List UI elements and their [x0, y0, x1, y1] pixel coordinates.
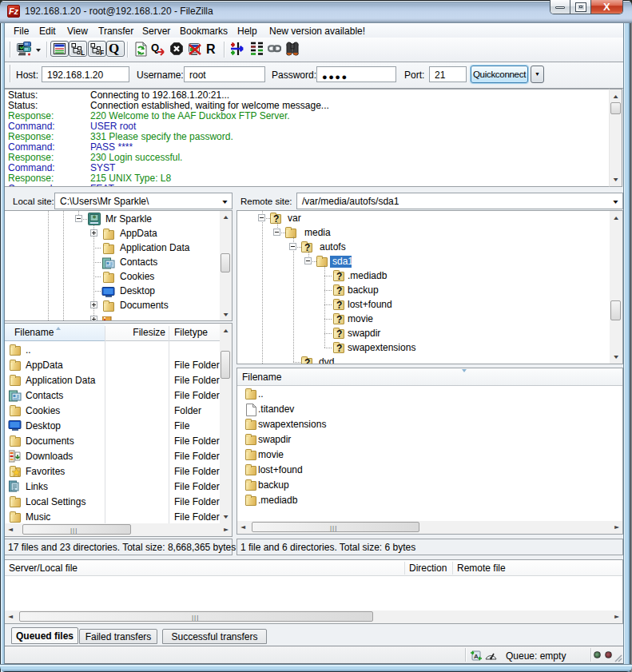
svg-text:A: A [474, 653, 479, 660]
svg-text:L: L [81, 49, 85, 55]
svg-text:F: F [100, 49, 104, 55]
